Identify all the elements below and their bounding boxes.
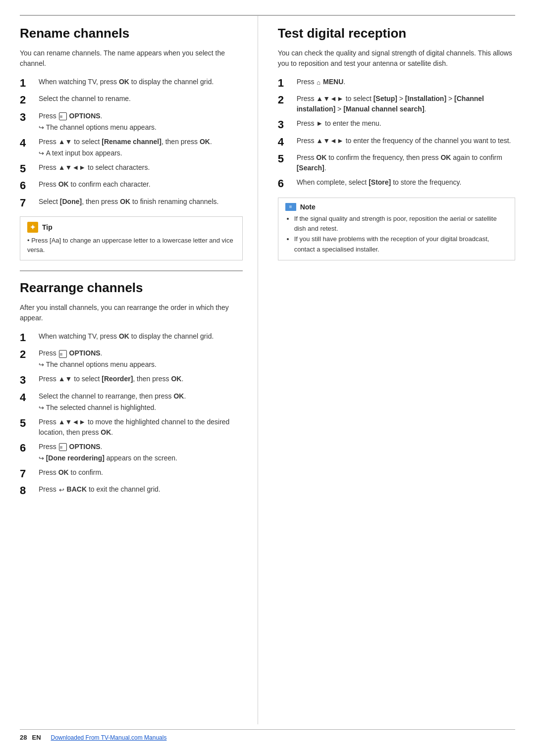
left-column: Rename channels You can rename channels.…	[20, 16, 258, 724]
rename-step-3-result: The channel options menu appears.	[39, 122, 243, 133]
rename-channels-intro: You can rename channels. The name appear…	[20, 48, 243, 69]
rename-step-5: 5 Press ▲▼◄► to select characters.	[20, 162, 243, 175]
rearrange-step-5: 5 Press ▲▼◄► to move the highlighted cha…	[20, 417, 243, 438]
test-step-2: 2 Press ▲▼◄► to select [Setup] > [Instal…	[278, 94, 515, 114]
rearrange-step-2: 2 Press OPTIONS. The channel options men…	[20, 348, 243, 370]
home-icon: ⌂	[317, 78, 321, 88]
options-icon-3	[59, 443, 67, 451]
rearrange-step-7: 7 Press OK to confirm.	[20, 467, 243, 480]
note-list: If the signal quality and strength is po…	[285, 214, 508, 255]
rename-step-3: 3 Press OPTIONS. The channel options men…	[20, 111, 243, 133]
test-digital-intro: You can check the quality and signal str…	[278, 48, 515, 69]
rearrange-channels-intro: After you install channels, you can rear…	[20, 302, 243, 323]
rename-steps-list: 1 When watching TV, press OK to display …	[20, 77, 243, 209]
section-divider	[20, 270, 243, 271]
footer-link[interactable]: Downloaded From TV-Manual.com Manuals	[51, 734, 167, 741]
back-icon: ↩	[59, 485, 64, 495]
rearrange-step-4-result: The selected channel is highlighted.	[39, 403, 243, 413]
rearrange-step-3: 3 Press ▲▼ to select [Reorder], then pre…	[20, 374, 243, 387]
tip-label: Tip	[42, 223, 53, 231]
test-step-3: 3 Press ► to enter the menu.	[278, 118, 515, 131]
right-column: Test digital reception You can check the…	[258, 16, 515, 724]
note-item-1: If the signal quality and strength is po…	[294, 214, 508, 235]
options-icon	[59, 112, 67, 120]
page: Rename channels You can rename channels.…	[0, 0, 535, 756]
note-box: ≡ Note If the signal quality and strengt…	[278, 198, 515, 260]
test-digital-steps-list: 1 Press ⌂ MENU. 2 Press ▲▼◄► to select […	[278, 77, 515, 191]
test-step-6: 6 When complete, select [Store] to store…	[278, 177, 515, 190]
rename-step-2: 2 Select the channel to rename.	[20, 94, 243, 106]
rename-step-1: 1 When watching TV, press OK to display …	[20, 77, 243, 90]
rearrange-step-2-result: The channel options menu appears.	[39, 359, 243, 370]
rearrange-step-8: 8 Press ↩ BACK to exit the channel grid.	[20, 484, 243, 497]
rearrange-step-6-result: [Done reordering] appears on the screen.	[39, 453, 243, 463]
tip-header: ✦ Tip	[27, 222, 235, 233]
ok-label: OK	[119, 78, 129, 86]
test-step-4: 4 Press ▲▼◄► to enter the frequency of t…	[278, 136, 515, 149]
rearrange-step-4: 4 Select the channel to rearrange, then …	[20, 391, 243, 413]
rename-step-4: 4 Press ▲▼ to select [Rename channel], t…	[20, 137, 243, 158]
rename-step-6: 6 Press OK to confirm each character.	[20, 179, 243, 192]
test-step-5: 5 Press OK to confirm the frequency, the…	[278, 152, 515, 173]
rename-step-7: 7 Select [Done], then press OK to finish…	[20, 197, 243, 209]
rename-channels-title: Rename channels	[20, 26, 243, 41]
page-number: 28	[20, 734, 27, 741]
note-icon: ≡	[285, 203, 296, 211]
options-icon-2	[59, 350, 67, 358]
rearrange-step-1: 1 When watching TV, press OK to display …	[20, 331, 243, 344]
rename-step-4-result: A text input box appears.	[39, 148, 243, 158]
tip-icon: ✦	[27, 222, 38, 233]
rearrange-channels-title: Rearrange channels	[20, 280, 243, 296]
test-step-1: 1 Press ⌂ MENU.	[278, 77, 515, 90]
rearrange-step-6: 6 Press OPTIONS. [Done reordering] appea…	[20, 442, 243, 463]
tip-box: ✦ Tip • Press [Aa] to change an uppercas…	[20, 216, 243, 260]
lang-label: EN	[32, 734, 41, 741]
note-label: Note	[300, 203, 316, 211]
rearrange-steps-list: 1 When watching TV, press OK to display …	[20, 331, 243, 498]
note-item-2: If you still have problems with the rece…	[294, 234, 508, 255]
note-header: ≡ Note	[285, 203, 508, 211]
tip-text: • Press [Aa] to change an uppercase lett…	[27, 236, 235, 255]
bottom-bar: 28 EN Downloaded From TV-Manual.com Manu…	[20, 729, 515, 741]
test-digital-title: Test digital reception	[278, 26, 515, 41]
